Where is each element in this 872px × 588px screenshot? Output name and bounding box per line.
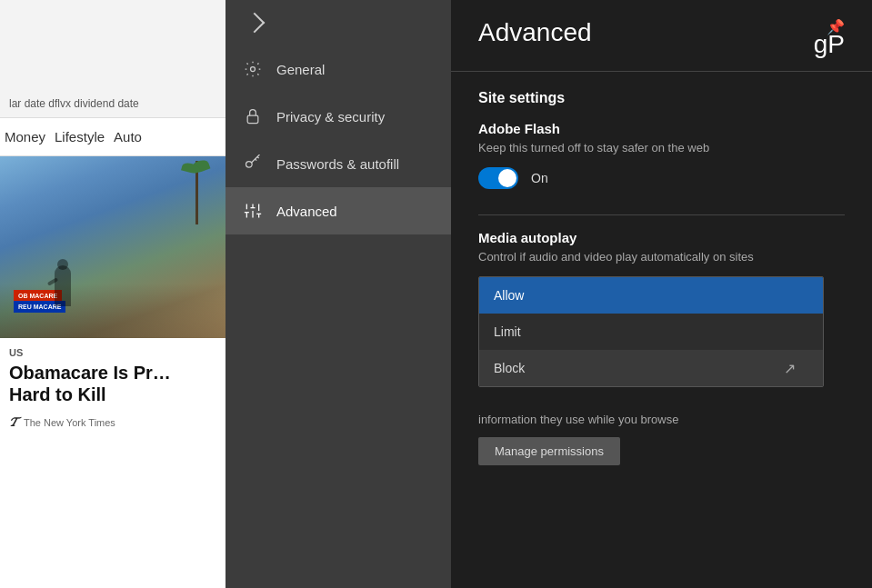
gear-icon xyxy=(244,60,262,78)
browser-content: lar date dflvx dividend date Money Lifes… xyxy=(0,0,226,588)
divider xyxy=(478,214,845,215)
article-tag: US xyxy=(9,347,216,358)
source-name: The New York Times xyxy=(24,417,115,428)
browser-article: OB MACARE REU MACARE US Obamacare Is Pr…… xyxy=(0,156,226,434)
sidebar-item-passwords[interactable]: Passwords & autofill xyxy=(226,140,451,187)
adobe-flash-toggle-row: On xyxy=(478,167,845,189)
setting-footer: information they use while you browse Ma… xyxy=(478,413,845,465)
settings-sidebar: General Privacy & security Passwords & a… xyxy=(226,0,451,588)
toggle-knob xyxy=(498,169,516,187)
category-lifestyle[interactable]: Lifestyle xyxy=(55,129,105,145)
article-body: US Obamacare Is Pr… Hard to Kill 𝓣 The N… xyxy=(0,338,226,434)
category-auto[interactable]: Auto xyxy=(114,129,142,145)
site-settings-title: Site settings xyxy=(478,90,845,106)
svg-line-5 xyxy=(256,159,257,161)
sidebar-item-privacy[interactable]: Privacy & security xyxy=(226,93,451,140)
svg-rect-1 xyxy=(247,115,258,123)
adobe-flash-description: Keep this turned off to stay safer on th… xyxy=(478,140,845,156)
autoplay-dropdown[interactable]: Allow Limit Block ↗ xyxy=(478,276,845,387)
manage-permissions-button[interactable]: Manage permissions xyxy=(478,437,620,465)
sidebar-item-advanced[interactable]: Advanced xyxy=(226,187,451,234)
browser-top: lar date dflvx dividend date xyxy=(0,0,226,118)
media-autoplay-group: Media autoplay Control if audio and vide… xyxy=(478,230,845,387)
gp-text: gP xyxy=(814,32,845,57)
article-source: 𝓣 The New York Times xyxy=(9,414,216,430)
article-headline: Obamacare Is Pr… Hard to Kill xyxy=(9,362,216,405)
option-limit[interactable]: Limit xyxy=(479,314,823,350)
lock-icon xyxy=(244,107,262,125)
svg-point-2 xyxy=(246,162,253,168)
panel-title: Advanced xyxy=(478,18,592,47)
media-autoplay-description: Control if audio and video play automati… xyxy=(478,249,845,265)
article-image: OB MACARE REU MACARE xyxy=(0,156,226,338)
sidebar-advanced-label: Advanced xyxy=(276,204,337,219)
adobe-flash-toggle[interactable] xyxy=(478,167,518,189)
key-icon xyxy=(244,154,262,173)
gp-logo: 📌 gP xyxy=(814,18,845,57)
cursor-indicator: ↗ xyxy=(784,360,796,377)
svg-line-4 xyxy=(257,157,259,159)
option-allow[interactable]: Allow xyxy=(479,277,823,314)
browser-categories: Money Lifestyle Auto xyxy=(0,118,226,156)
sidebar-passwords-label: Passwords & autofill xyxy=(276,156,399,172)
option-block[interactable]: Block ↗ xyxy=(479,350,823,386)
media-autoplay-label: Media autoplay xyxy=(478,230,845,245)
sidebar-toggle[interactable] xyxy=(226,0,451,45)
sidebar-item-general[interactable]: General xyxy=(226,45,451,93)
settings-panel: Advanced 📌 gP Site settings Adobe Flash … xyxy=(451,0,872,588)
nyt-logo: 𝓣 xyxy=(9,414,18,430)
footer-text: information they use while you browse xyxy=(478,413,845,426)
nav-links: lar date dflvx dividend date xyxy=(9,97,139,110)
chevron-right-icon xyxy=(245,13,266,34)
adobe-flash-group: Adobe Flash Keep this turned off to stay… xyxy=(478,121,845,189)
sliders-icon xyxy=(244,202,262,220)
svg-point-0 xyxy=(251,67,256,72)
panel-header: Advanced 📌 gP xyxy=(451,0,872,72)
adobe-flash-label: Adobe Flash xyxy=(478,121,845,136)
toggle-on-label: On xyxy=(531,171,548,185)
category-money[interactable]: Money xyxy=(5,129,45,145)
sidebar-privacy-label: Privacy & security xyxy=(276,109,385,125)
dropdown-list: Allow Limit Block ↗ xyxy=(478,276,824,387)
sidebar-general-label: General xyxy=(276,62,325,77)
panel-content: Site settings Adobe Flash Keep this turn… xyxy=(451,72,872,587)
